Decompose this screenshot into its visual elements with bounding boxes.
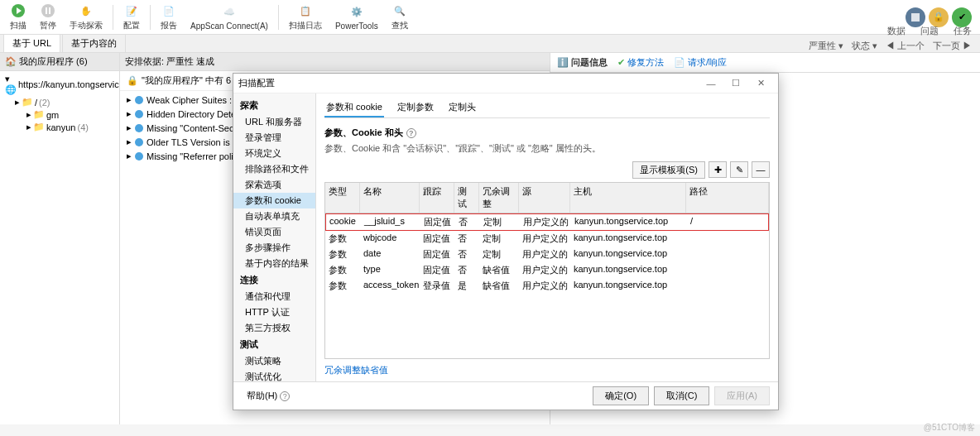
redundancy-defaults-link[interactable]: 冗余调整缺省值 [324, 364, 770, 376]
filter-severity[interactable]: 严重性 ▾ [809, 40, 843, 52]
scan-button[interactable]: 扫描 [3, 1, 33, 33]
find-button[interactable]: 🔍查找 [385, 1, 415, 33]
tree-item[interactable]: ▸ 📁 kanyun (4) [3, 121, 116, 133]
separator [113, 5, 113, 30]
dialog-title: 扫描配置 [238, 77, 699, 89]
nav-item[interactable]: 测试策略 [233, 353, 315, 369]
report-button[interactable]: 📄报告 [154, 1, 184, 33]
nav-item[interactable]: 探索选项 [233, 177, 315, 193]
help-icon[interactable]: ? [406, 128, 416, 138]
show-template-button[interactable]: 显示模板项(S) [632, 161, 705, 179]
nav-item[interactable]: URL 和服务器 [233, 114, 315, 130]
tab-request[interactable]: 📄请求/响应 [674, 56, 727, 69]
tree-item[interactable]: ▸ 📁 gm [3, 108, 116, 121]
data-view-button[interactable] [906, 7, 925, 27]
table-row[interactable]: cookie__jsluid_s固定值否定制用户定义的kanyun.tongse… [325, 213, 769, 231]
tasks-view-button[interactable]: ✔ [952, 7, 972, 27]
issues-view-button[interactable]: 🔒 [929, 7, 949, 27]
nav-item[interactable]: 错误页面 [233, 224, 315, 240]
apply-button[interactable]: 应用(A) [714, 386, 770, 405]
severity-dot [135, 96, 143, 104]
lock-icon: 🔒 [127, 75, 138, 86]
grid-header: 类型 名称 跟踪 测试 冗余调整 源 主机 路径 [325, 183, 769, 213]
grid-body: cookie__jsluid_s固定值否定制用户定义的kanyun.tongse… [325, 213, 769, 358]
nav-section-explore: 探索 [233, 97, 315, 114]
nav-item[interactable]: 第三方授权 [233, 320, 315, 336]
svg-point-1 [41, 4, 55, 17]
nav-item[interactable]: 登录管理 [233, 130, 315, 146]
nav-item[interactable]: 基于内容的结果 [233, 256, 315, 271]
scanlog-button[interactable]: 📋扫描日志 [282, 1, 329, 33]
search-icon: 🔍 [392, 2, 408, 19]
nav-item[interactable]: 自动表单填充 [233, 208, 315, 224]
nav-item[interactable]: 环境定义 [233, 146, 315, 161]
tree-root[interactable]: ▾ 🌐 https://kanyun.tongservice.top/ [3, 73, 116, 96]
detail-tabs: ℹ️问题信息 ✔修复方法 📄请求/响应 [550, 53, 980, 73]
nav-item[interactable]: HTTP 认证 [233, 304, 315, 320]
edit-button[interactable]: ✎ [730, 161, 748, 178]
view-tabs: 基于 URL 基于内容的 严重性 ▾ 状态 ▾ ◀ 上一个 下一页 ▶ [0, 35, 980, 53]
sort-label: 安排依据: 严重性 速成 [125, 55, 214, 68]
dialog-footer: 帮助(H) ? 确定(O) 取消(C) 应用(A) [233, 381, 778, 410]
delete-button[interactable]: — [752, 161, 770, 178]
table-row[interactable]: 参数type固定值否缺省值用户定义的kanyun.tongservice.top [325, 262, 769, 278]
params-grid: 类型 名称 跟踪 测试 冗余调整 源 主机 路径 cookie__jsluid_… [324, 182, 770, 359]
dlg-tab-custom-headers[interactable]: 定制头 [447, 98, 478, 117]
tree: ▾ 🌐 https://kanyun.tongservice.top/ ▸ 📁 … [0, 71, 119, 135]
dlg-tab-params[interactable]: 参数和 cookie [324, 98, 384, 117]
help-button[interactable]: 帮助(H) ? [247, 388, 301, 403]
config-button[interactable]: 📝配置 [117, 1, 147, 33]
next-button[interactable]: 下一页 ▶ [933, 40, 972, 52]
cloud-icon: ☁️ [221, 4, 238, 21]
severity-dot [135, 152, 143, 161]
add-button[interactable]: ✚ [709, 161, 727, 178]
minimize-button[interactable]: — [699, 75, 723, 92]
powertools-button[interactable]: ⚙️PowerTools [329, 2, 385, 32]
dialog-main: 参数和 cookie 定制参数 定制头 参数、Cookie 和头? 参数、Coo… [316, 93, 778, 381]
config-icon: 📝 [123, 2, 140, 19]
svg-rect-3 [49, 7, 50, 14]
dlg-tab-custom-params[interactable]: 定制参数 [396, 98, 435, 117]
nav-item[interactable]: 多步骤操作 [233, 240, 315, 256]
main-toolbar: 扫描 暂停 ✋手动探索 📝配置 📄报告 ☁️AppScan Connect(A)… [0, 0, 980, 35]
nav-item[interactable]: 排除路径和文件 [233, 161, 315, 177]
scan-config-dialog: 扫描配置 — ☐ ✕ 探索 URL 和服务器 登录管理 环境定义 排除路径和文件… [233, 73, 779, 410]
nav-item[interactable]: 测试优化 [233, 369, 315, 381]
svg-rect-4 [911, 13, 920, 22]
separator [278, 5, 279, 30]
tab-issue-info[interactable]: ℹ️问题信息 [557, 56, 608, 69]
dialog-titlebar: 扫描配置 — ☐ ✕ [233, 74, 778, 93]
sidebar-title: 🏠 我的应用程序 (6) [0, 53, 119, 71]
pause-button[interactable]: 暂停 [33, 1, 63, 33]
filter-state[interactable]: 状态 ▾ [852, 40, 877, 52]
log-icon: 📋 [297, 2, 314, 19]
issue-panel-header: 安排依据: 严重性 速成 [120, 53, 550, 71]
tab-url[interactable]: 基于 URL [3, 34, 60, 52]
nav-item[interactable]: 通信和代理 [233, 289, 315, 304]
table-row[interactable]: 参数access_token登录值是缺省值用户定义的kanyun.tongser… [325, 278, 769, 294]
folder-icon: 📁 [33, 109, 45, 120]
tree-item[interactable]: ▸ 📁 / (2) [3, 96, 116, 108]
tab-fix[interactable]: ✔修复方法 [617, 56, 664, 69]
prev-button[interactable]: ◀ 上一个 [886, 40, 925, 52]
hand-icon: ✋ [78, 2, 94, 19]
table-row[interactable]: 参数date固定值否定制用户定义的kanyun.tongservice.top [325, 247, 769, 262]
gear-icon: ⚙️ [348, 4, 365, 21]
grid-toolbar: 显示模板项(S) ✚ ✎ — [324, 161, 770, 179]
tab-content[interactable]: 基于内容的 [62, 34, 126, 52]
severity-dot [135, 138, 143, 146]
ok-button[interactable]: 确定(O) [593, 386, 649, 405]
nav-section-test: 测试 [233, 336, 315, 353]
maximize-button[interactable]: ☐ [723, 75, 748, 92]
close-button[interactable]: ✕ [748, 75, 773, 92]
appscan-button[interactable]: ☁️AppScan Connect(A) [184, 2, 275, 32]
separator [150, 5, 151, 30]
table-row[interactable]: 参数wbjcode固定值否定制用户定义的kanyun.tongservice.t… [325, 231, 769, 247]
folder-icon: 📁 [22, 97, 33, 108]
info-icon: ℹ️ [557, 57, 569, 68]
cancel-button[interactable]: 取消(C) [654, 386, 709, 405]
nav-item-params-cookie[interactable]: 参数和 cookie [233, 193, 315, 208]
section-desc: 参数、Cookie 和含 "会话标识"、"跟踪"、"测试" 或 "忽略" 属性的… [324, 142, 770, 155]
manual-button[interactable]: ✋手动探索 [63, 1, 109, 33]
help-icon: ? [280, 391, 290, 401]
